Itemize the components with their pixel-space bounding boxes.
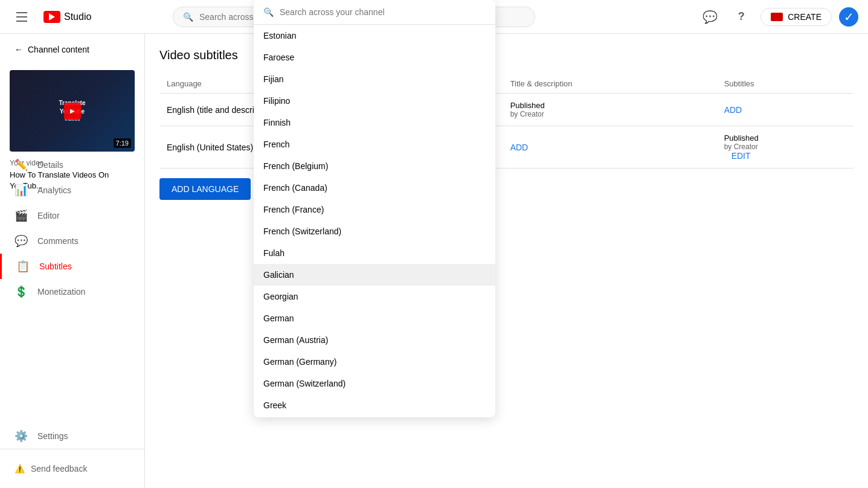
back-to-channel-content[interactable]: ← Channel content: [0, 39, 144, 60]
avatar-check-icon: ✓: [844, 10, 854, 24]
hamburger-icon: [11, 7, 32, 27]
details-icon: ✏️: [14, 158, 28, 172]
add-language-button[interactable]: ADD LANGUAGE: [159, 178, 251, 200]
help-icon: ?: [738, 10, 745, 23]
channel-content-label: Channel content: [28, 45, 89, 54]
dropdown-search-area: 🔍: [254, 0, 495, 25]
row1-title-status: Published by Creator: [503, 94, 717, 126]
dropdown-item[interactable]: French (France): [254, 199, 495, 214]
row2-title-action: ADD: [503, 126, 717, 169]
row2-subtitle-published: Published: [724, 133, 846, 143]
sidebar: ← Channel content Translate YouTube Vide…: [0, 34, 145, 214]
video-thumbnail: Translate YouTube Videos ▶ 7:19: [10, 70, 135, 152]
search-icon: 🔍: [183, 12, 193, 22]
col-title-desc: Title & description: [503, 74, 717, 94]
dropdown-item[interactable]: Faroese: [254, 47, 495, 68]
editor-label: Editor: [37, 211, 60, 214]
sidebar-item-editor[interactable]: 🎬 Editor: [0, 203, 144, 214]
col-subtitles: Subtitles: [717, 74, 854, 94]
editor-icon: 🎬: [14, 209, 28, 214]
video-duration: 7:19: [114, 138, 131, 148]
row2-edit-link[interactable]: EDIT: [731, 151, 751, 161]
details-label: Details: [37, 160, 63, 170]
dropdown-search-input[interactable]: [280, 7, 486, 17]
dropdown-search-icon: 🔍: [263, 7, 274, 17]
dropdown-item[interactable]: French (Canada): [254, 177, 495, 199]
dropdown-item[interactable]: Finnish: [254, 112, 495, 133]
hamburger-menu[interactable]: [10, 5, 34, 29]
dropdown-item[interactable]: Estonian: [254, 25, 495, 47]
dropdown-item[interactable]: French (Belgium): [254, 155, 495, 177]
analytics-label: Analytics: [37, 185, 71, 195]
row1-subtitle-action: ADD: [717, 94, 854, 126]
studio-logo-text: Studio: [64, 11, 91, 22]
sidebar-nav: ← Channel content Translate YouTube Vide…: [0, 34, 144, 214]
back-icon: ←: [14, 45, 23, 54]
topbar-right: 💬 ? CREATE ✓: [698, 5, 858, 29]
youtube-icon: [43, 11, 60, 23]
language-dropdown: 🔍 EstonianFaroeseFijianFilipinoFinnishFr…: [254, 0, 495, 214]
row1-published-status: Published: [510, 101, 710, 110]
row2-subtitle-status: Published by Creator EDIT: [717, 126, 854, 169]
user-avatar[interactable]: ✓: [839, 7, 858, 27]
studio-logo: Studio: [43, 11, 91, 23]
messages-icon: 💬: [702, 10, 718, 24]
row2-subtitle-by: by Creator: [724, 143, 846, 151]
dropdown-item[interactable]: Fijian: [254, 68, 495, 90]
create-flag-icon: [771, 13, 783, 21]
analytics-icon: 📊: [14, 184, 28, 197]
help-button[interactable]: ?: [729, 5, 753, 29]
row2-add-title-link[interactable]: ADD: [510, 143, 529, 152]
row1-published-by: by Creator: [510, 110, 710, 118]
topbar-left: Studio: [10, 5, 91, 29]
row1-add-subtitle-link[interactable]: ADD: [724, 105, 742, 115]
messages-button[interactable]: 💬: [698, 5, 722, 29]
create-button[interactable]: CREATE: [760, 8, 832, 26]
dropdown-list: EstonianFaroeseFijianFilipinoFinnishFren…: [254, 25, 495, 214]
create-label: CREATE: [788, 12, 821, 22]
dropdown-item[interactable]: French: [254, 133, 495, 155]
dropdown-item[interactable]: Filipino: [254, 90, 495, 112]
